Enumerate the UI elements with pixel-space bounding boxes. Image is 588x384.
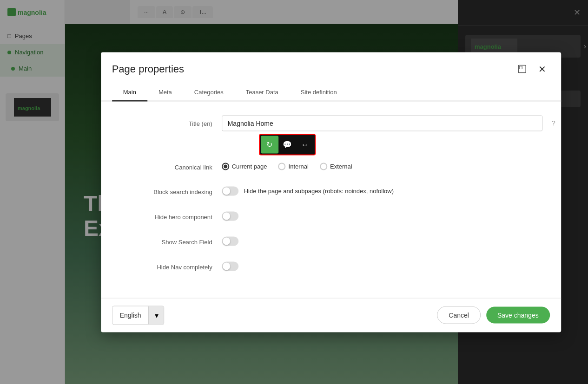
comment-toolbar-button[interactable]: 💬 — [278, 136, 296, 153]
tab-categories[interactable]: Categories — [183, 84, 235, 101]
language-dropdown-button[interactable]: ▾ — [149, 306, 164, 324]
hide-nav-row: Hide Nav completely — [119, 259, 542, 271]
canonical-link-row: Canonical link Current page Internal Ext… — [119, 159, 542, 170]
canonical-link-field: Current page Internal External — [222, 159, 542, 170]
radio-current-page[interactable] — [222, 163, 229, 170]
dialog-tabs: Main Meta Categories Teaser Data Site de… — [101, 84, 561, 101]
refresh-toolbar-button[interactable]: ↻ — [261, 136, 278, 153]
block-search-checkbox-row: Hide the page and subpages (robots: noin… — [222, 183, 542, 195]
canonical-link-label: Canonical link — [119, 159, 212, 170]
save-changes-button[interactable]: Save changes — [486, 307, 550, 324]
tab-teaser-data[interactable]: Teaser Data — [235, 84, 290, 101]
canonical-internal-option[interactable]: Internal — [278, 163, 309, 170]
hide-nav-toggle[interactable] — [222, 261, 238, 271]
tab-main[interactable]: Main — [112, 84, 147, 101]
hide-hero-field — [222, 208, 542, 221]
block-search-label: Block search indexing — [119, 183, 212, 195]
hide-nav-label: Hide Nav completely — [119, 259, 212, 270]
title-row: Title (en) ? ↻ 💬 ↔ — [119, 115, 542, 131]
show-search-row: Show Search Field — [119, 234, 542, 246]
hide-hero-checkbox-row — [222, 208, 542, 221]
current-page-label: Current page — [232, 163, 267, 170]
expand-icon — [518, 65, 526, 73]
tooltip-toolbar: ↻ 💬 ↔ — [259, 134, 316, 155]
show-search-checkbox-row — [222, 234, 542, 246]
tab-site-definition[interactable]: Site definition — [290, 84, 348, 101]
block-search-field: Hide the page and subpages (robots: noin… — [222, 183, 542, 195]
dialog-title: Page properties — [112, 63, 184, 75]
page-properties-dialog: Page properties ✕ Main Meta Categories T… — [101, 52, 561, 332]
cancel-button[interactable]: Cancel — [437, 306, 481, 324]
canonical-current-option[interactable]: Current page — [222, 163, 267, 170]
hide-hero-label: Hide hero component — [119, 208, 212, 220]
hide-nav-field — [222, 259, 542, 271]
title-field: ? ↻ 💬 ↔ — [222, 115, 542, 131]
dialog-header: Page properties ✕ — [101, 52, 561, 76]
resize-icon: ↔ — [301, 140, 309, 149]
hide-nav-checkbox-row — [222, 259, 542, 271]
close-dialog-button[interactable]: ✕ — [535, 61, 550, 76]
dialog-body: Title (en) ? ↻ 💬 ↔ — [101, 101, 561, 298]
radio-external[interactable] — [320, 163, 327, 170]
hide-hero-toggle[interactable] — [222, 211, 238, 221]
title-input[interactable] — [222, 115, 542, 131]
svg-rect-7 — [519, 66, 522, 69]
language-label: English — [112, 307, 149, 324]
language-select[interactable]: English ▾ — [112, 306, 165, 325]
radio-internal[interactable] — [278, 163, 286, 170]
dialog-footer: English ▾ Cancel Save changes — [101, 298, 561, 332]
refresh-icon: ↻ — [266, 140, 272, 149]
title-label: Title (en) — [119, 115, 212, 127]
block-search-checkbox-label: Hide the page and subpages (robots: noin… — [244, 188, 394, 195]
external-label: External — [330, 163, 352, 170]
internal-label: Internal — [289, 163, 309, 170]
tab-meta[interactable]: Meta — [147, 84, 183, 101]
block-search-toggle[interactable] — [222, 186, 238, 195]
hide-hero-row: Hide hero component — [119, 208, 542, 221]
resize-toolbar-button[interactable]: ↔ — [296, 136, 314, 153]
help-icon[interactable]: ? — [552, 119, 555, 126]
show-search-field — [222, 234, 542, 246]
comment-icon: 💬 — [283, 140, 292, 149]
show-search-label: Show Search Field — [119, 234, 212, 245]
block-search-row: Block search indexing Hide the page and … — [119, 183, 542, 195]
chevron-down-icon: ▾ — [155, 311, 159, 319]
expand-dialog-button[interactable] — [515, 61, 529, 76]
footer-actions: Cancel Save changes — [437, 306, 549, 324]
show-search-toggle[interactable] — [222, 236, 238, 246]
dialog-header-icons: ✕ — [515, 61, 550, 76]
canonical-radio-group: Current page Internal External — [222, 159, 542, 170]
canonical-external-option[interactable]: External — [320, 163, 352, 170]
